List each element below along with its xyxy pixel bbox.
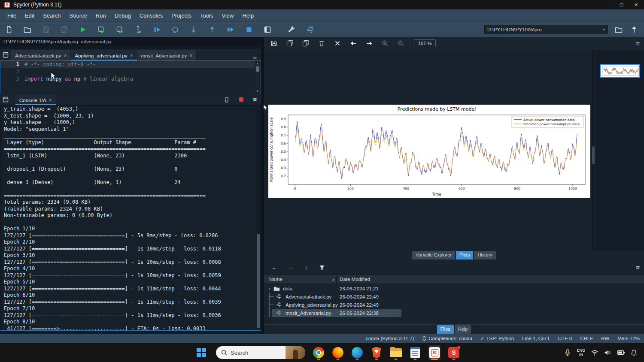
- file-row-adversarial-attack-py[interactable]: Adversarial-attack.py26-06-2024 22:49: [264, 293, 644, 301]
- close-tab-icon[interactable]: ×: [64, 53, 67, 59]
- remove-variables-icon[interactable]: [224, 96, 230, 103]
- sort-ascending-icon[interactable]: ▲: [332, 278, 335, 281]
- save-plot-icon[interactable]: [269, 39, 279, 48]
- menu-item-source[interactable]: Source: [66, 11, 91, 21]
- console-tab[interactable]: Console 1/A ×: [15, 95, 56, 105]
- maximize-button[interactable]: □: [620, 2, 623, 8]
- step-out-icon[interactable]: [207, 25, 217, 34]
- taskbar-app-brave[interactable]: [371, 345, 383, 360]
- menu-item-file[interactable]: File: [3, 11, 20, 21]
- run-file-icon[interactable]: [78, 25, 88, 34]
- file-row-data[interactable]: ›data26-06-2024 21:21: [264, 284, 644, 293]
- editor-vscroll-thumb[interactable]: [256, 66, 259, 72]
- new-file-icon[interactable]: [4, 25, 14, 34]
- minimize-button[interactable]: –: [606, 2, 609, 8]
- stop-debug-icon[interactable]: [244, 25, 254, 34]
- expand-folder-icon[interactable]: ›: [267, 286, 273, 291]
- plots-options-menu-icon[interactable]: ≡: [632, 40, 644, 47]
- close-button[interactable]: ×: [635, 1, 638, 8]
- language-indicator[interactable]: ENG IN: [577, 348, 585, 357]
- tab-plots[interactable]: Plots: [456, 251, 473, 259]
- tab-variable-explorer[interactable]: Variable Explorer: [412, 251, 455, 259]
- menu-item-help[interactable]: Help: [238, 11, 258, 21]
- plots-scrollbar[interactable]: [592, 50, 595, 251]
- tab-files[interactable]: Files: [437, 325, 454, 334]
- close-tab-icon[interactable]: ×: [189, 53, 192, 59]
- scroll-down-icon[interactable]: ▼: [256, 90, 259, 93]
- files-column-date-modified[interactable]: Date Modified: [340, 277, 370, 282]
- menu-item-edit[interactable]: Edit: [21, 11, 38, 21]
- interrupt-kernel-icon[interactable]: [239, 97, 243, 102]
- tab-history[interactable]: History: [474, 251, 495, 259]
- editor-vertical-scrollbar[interactable]: ▲ ▼: [255, 61, 261, 94]
- volume-icon[interactable]: [604, 350, 611, 356]
- editor-options-menu-icon[interactable]: ≡: [249, 53, 261, 60]
- search-highlight-image[interactable]: [286, 346, 305, 359]
- browse-tabs-icon[interactable]: [0, 49, 11, 60]
- run-cell-advance-icon[interactable]: [115, 25, 125, 34]
- console-vertical-scrollbar[interactable]: [256, 106, 260, 330]
- plot-thumbnail-selected[interactable]: [600, 64, 640, 78]
- file-row-applying-adversarial-py[interactable]: Applying_adversarial.py26-06-2024 22:49: [264, 301, 644, 309]
- debug-continue-icon[interactable]: [226, 25, 235, 34]
- editor-tab-mnsit-adversarial-py[interactable]: mnsit_Adversarial.py×: [137, 50, 197, 60]
- completions-status[interactable]: Completions: conda: [422, 336, 472, 341]
- console-vscroll-thumb[interactable]: [257, 234, 260, 328]
- menu-item-search[interactable]: Search: [39, 11, 64, 21]
- notifications-bell-icon[interactable]: [631, 349, 637, 356]
- editor-tab-adversarial-attack-py[interactable]: Adversarial-attack.py×: [11, 50, 71, 60]
- lsp-status[interactable]: ✓ LSP: Python: [480, 336, 514, 341]
- files-filter-icon[interactable]: [318, 263, 326, 272]
- files-forward-icon[interactable]: →: [286, 263, 295, 272]
- taskbar-search-box[interactable]: Search: [216, 346, 305, 359]
- parent-directory-icon[interactable]: [629, 25, 639, 34]
- run-cell-icon[interactable]: [97, 25, 106, 34]
- chevron-down-icon[interactable]: ▾: [603, 27, 605, 32]
- maximize-pane-icon[interactable]: [263, 25, 272, 34]
- step-into-icon[interactable]: [189, 25, 198, 34]
- console-output[interactable]: y_train.shape = (4053,)X_test.shape = (1…: [0, 105, 261, 331]
- taskbar-app-file-explorer[interactable]: [390, 345, 402, 360]
- next-plot-icon[interactable]: [365, 39, 374, 48]
- editor-line-3[interactable]: 3import numpy as np # linear algebra: [0, 75, 255, 83]
- remove-plot-icon[interactable]: [317, 39, 326, 48]
- file-row-mnsit-adversarial-py[interactable]: mnsit_Adversarial.py26-06-2024 22:38: [264, 309, 644, 317]
- editor-tab-applying-adversarial-py[interactable]: Applying_adversarial.py×: [71, 50, 137, 60]
- interpreter-status[interactable]: conda (Python 3.11.7): [366, 336, 414, 341]
- column-divider[interactable]: [336, 276, 337, 284]
- rerun-cell-icon[interactable]: [152, 25, 161, 34]
- zoom-in-icon[interactable]: [380, 39, 390, 48]
- taskbar-app-edge[interactable]: [351, 345, 363, 360]
- files-parent-icon[interactable]: ↑: [302, 263, 310, 272]
- browse-consoles-icon[interactable]: [0, 94, 11, 105]
- preferences-wrench-icon[interactable]: [287, 25, 297, 34]
- menu-item-run[interactable]: Run: [92, 11, 110, 21]
- files-options-menu-icon[interactable]: ≡: [632, 264, 644, 271]
- taskbar-app-firefox[interactable]: [332, 345, 344, 360]
- plots-scroll-thumb[interactable]: [592, 146, 595, 164]
- menu-item-consoles[interactable]: Consoles: [136, 11, 167, 21]
- debug-step-over-icon[interactable]: [170, 25, 180, 34]
- run-selection-icon[interactable]: [134, 25, 143, 34]
- save-all-plots-icon[interactable]: [285, 39, 295, 48]
- editor-line-1[interactable]: 1# -*- coding: utf-8 -*-: [0, 61, 255, 68]
- menu-item-tools[interactable]: Tools: [196, 11, 217, 21]
- wifi-icon[interactable]: [591, 350, 598, 356]
- taskbar-app-notepad[interactable]: [409, 345, 421, 360]
- menu-item-view[interactable]: View: [218, 11, 237, 21]
- open-file-icon[interactable]: [23, 25, 32, 34]
- taskbar-app-spyder[interactable]: S: [428, 345, 440, 360]
- save-icon[interactable]: [41, 25, 51, 34]
- scroll-up-icon[interactable]: ▲: [256, 62, 259, 65]
- microphone-icon[interactable]: [564, 349, 571, 356]
- battery-icon[interactable]: [617, 350, 625, 355]
- browse-directory-icon[interactable]: [614, 25, 623, 34]
- close-console-icon[interactable]: ×: [49, 97, 52, 103]
- close-tab-icon[interactable]: ×: [130, 53, 133, 59]
- menu-item-projects[interactable]: Projects: [167, 11, 195, 21]
- save-all-icon[interactable]: [60, 25, 69, 34]
- remove-all-plots-icon[interactable]: [333, 39, 342, 48]
- taskbar-app-red-s[interactable]: S: [448, 345, 460, 360]
- previous-plot-icon[interactable]: [349, 39, 358, 48]
- files-back-icon[interactable]: ←: [270, 263, 279, 272]
